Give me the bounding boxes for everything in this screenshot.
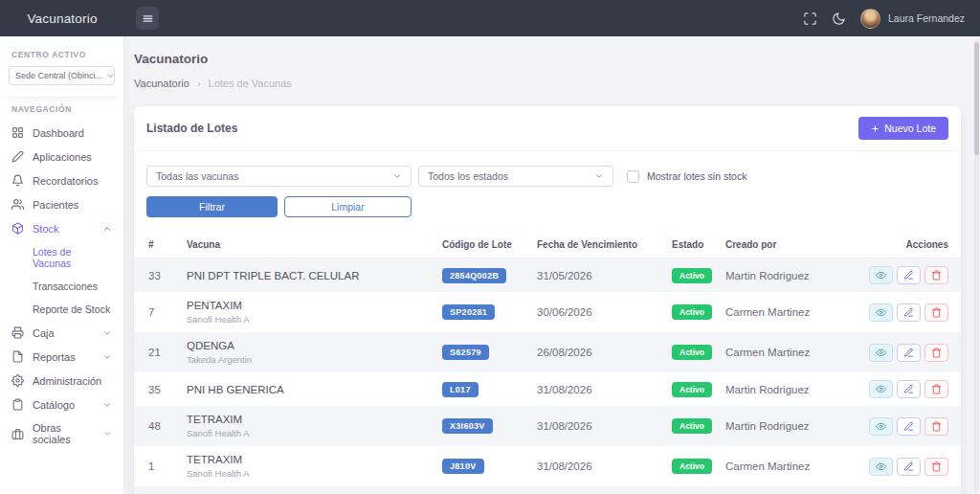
sidebar-nav: DashboardAplicacionesRecordatoriosPacien… [0, 121, 123, 451]
file-icon [11, 350, 24, 363]
filters-row: Todas las vacunas Todos los estados Most… [134, 151, 961, 187]
sidebar-item-stock[interactable]: Stock [0, 216, 123, 240]
vaccine-manufacturer: Sanofi Health A [187, 314, 427, 325]
col-status: Estado [664, 234, 718, 258]
chevron-down-icon [103, 429, 112, 438]
vaccine-manufacturer: Sanofi Health A [187, 468, 427, 479]
scrollbar-thumb[interactable] [974, 42, 979, 155]
delete-button[interactable] [924, 458, 948, 476]
edit-button[interactable] [897, 344, 921, 362]
sidebar-item-reportas[interactable]: Reportas [0, 345, 123, 369]
status-filter-value: Todos los estados [428, 170, 508, 182]
vaccine-name: TETRAXIM [187, 414, 427, 425]
delete-button[interactable] [924, 380, 948, 398]
trash-icon [931, 384, 942, 394]
center-select-value: Sede Central (Obinci... [15, 71, 102, 80]
col-created-by: Creado por [718, 234, 861, 258]
pencil-icon [903, 421, 914, 432]
box-icon [11, 222, 24, 235]
plus-icon [871, 124, 880, 133]
edit-button[interactable] [897, 303, 921, 322]
expiry-date: 31/08/2026 [529, 446, 664, 486]
sidebar-item-catalogo[interactable]: Catálogo [0, 393, 123, 416]
lot-code-badge: J810V [442, 459, 484, 474]
sidebar-item-obras-sociales[interactable]: Obras sociales [0, 416, 123, 451]
filter-button[interactable]: Filtrar [146, 196, 278, 217]
view-button[interactable] [869, 303, 893, 322]
status-filter-select[interactable]: Todos los estados [418, 166, 613, 187]
new-lote-button[interactable]: Nuevo Lote [858, 117, 948, 140]
expiry-date: 30/06/2026 [529, 292, 664, 332]
sidebar-toggle-button[interactable] [136, 7, 159, 30]
sidebar-subitem-transacciones[interactable]: Transacciones [0, 275, 123, 298]
brand-area: Vacunatorio [0, 10, 124, 27]
vaccine-name: PENTAXIM [187, 300, 427, 311]
breadcrumb-root[interactable]: Vacunatorio [134, 78, 189, 89]
show-no-stock-toggle[interactable]: Mostrar lotes sin stock [627, 170, 746, 183]
sidebar-item-label: Catálogo [33, 399, 75, 411]
no-stock-checkbox[interactable] [627, 170, 639, 183]
row-number: 48 [134, 406, 179, 446]
sidebar-item-recordatorios[interactable]: Recordatorios [0, 168, 123, 192]
lot-code-badge: 2854Q002B [442, 268, 506, 283]
col-number: # [134, 234, 179, 258]
view-button[interactable] [869, 266, 893, 284]
edit-button[interactable] [897, 380, 921, 398]
sidebar-item-label: Reportas [33, 351, 76, 363]
card-header: Listado de Lotes Nuevo Lote [134, 106, 961, 151]
expiry-date: 31/05/2026 [529, 258, 664, 293]
vaccine-filter-select[interactable]: Todas las vacunas [146, 166, 412, 187]
gear-icon [11, 374, 24, 387]
users-icon [11, 198, 24, 211]
row-actions [869, 344, 953, 362]
user-avatar [860, 9, 880, 29]
sidebar-item-pacientes[interactable]: Pacientes [0, 192, 123, 216]
row-number: 1 [134, 446, 179, 486]
vaccine-name: PNI HB GENERICA [187, 384, 427, 395]
view-button[interactable] [869, 344, 893, 362]
sidebar: CENTRO ACTIVO Sede Central (Obinci... NA… [0, 36, 124, 494]
col-expiry: Fecha de Vencimiento [529, 234, 664, 258]
fullscreen-button[interactable] [803, 11, 817, 26]
view-button[interactable] [869, 380, 893, 398]
edit-button[interactable] [897, 417, 921, 436]
sidebar-item-label: Administración [33, 375, 101, 387]
row-actions [869, 380, 953, 398]
card-title: Listado de Lotes [146, 122, 237, 135]
table-row: 35PNI HB GENERICAL01731/08/2026ActivoMar… [134, 372, 961, 406]
trash-icon [931, 348, 942, 358]
pen-icon [11, 150, 24, 163]
delete-button[interactable] [924, 417, 948, 436]
sidebar-subitem-reporte-de-stock[interactable]: Reporte de Stock [0, 298, 123, 321]
sidebar-subitem-lotes-de-vacunas[interactable]: Lotes de Vacunas [0, 240, 123, 275]
chevron-down-icon [102, 328, 112, 338]
edit-button[interactable] [897, 458, 921, 476]
expiry-date: 26/08/2026 [529, 332, 664, 372]
sidebar-item-administracion[interactable]: Administración [0, 369, 123, 393]
sidebar-item-aplicaciones[interactable]: Aplicaciones [0, 145, 123, 168]
expiry-date: 31/08/2026 [529, 406, 664, 446]
center-select[interactable]: Sede Central (Obinci... [9, 66, 115, 85]
trash-icon [931, 421, 942, 432]
edit-button[interactable] [897, 266, 921, 284]
sidebar-item-caja[interactable]: Caja [0, 321, 123, 345]
lot-code-badge: SP20281 [442, 304, 495, 320]
page-scrollbar[interactable] [974, 38, 979, 492]
grid-icon [11, 126, 24, 139]
sidebar-item-dashboard[interactable]: Dashboard [0, 121, 123, 145]
sidebar-item-label: Aplicaciones [33, 151, 92, 163]
created-by: Carmen Martinez [718, 486, 861, 494]
delete-button[interactable] [924, 344, 948, 362]
user-menu[interactable]: Laura Fernandez [860, 9, 965, 29]
dark-mode-button[interactable] [832, 11, 846, 26]
register-icon [11, 326, 24, 339]
delete-button[interactable] [924, 266, 948, 284]
view-button[interactable] [869, 417, 893, 436]
view-button[interactable] [869, 458, 893, 476]
filter-buttons: Filtrar Limpiar [134, 187, 961, 217]
table-row: 21QDENGATakeda ArgentinS6257926/08/2026A… [134, 332, 961, 372]
sidebar-item-label: Pacientes [33, 199, 78, 211]
delete-button[interactable] [924, 303, 948, 322]
moon-icon [832, 11, 846, 26]
clear-button[interactable]: Limpiar [284, 196, 412, 217]
